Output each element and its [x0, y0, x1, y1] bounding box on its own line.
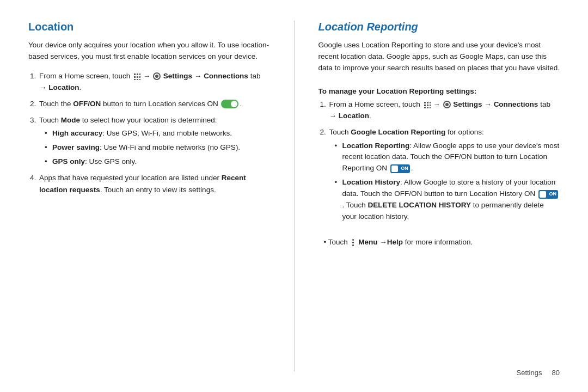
toggle-blue-2: ON [538, 190, 558, 199]
right-title: Location Reporting [318, 21, 560, 33]
left-title: Location [28, 21, 270, 33]
bullet-high-accuracy: High accuracy: Use GPS, Wi-Fi, and mobil… [45, 128, 270, 139]
left-steps-list: From a Home screen, touch → Settings → C… [38, 70, 270, 200]
page-number: 80 [552, 369, 560, 377]
touch-label: Touch [328, 238, 348, 246]
right-step-1: From a Home screen, touch → Settings → C… [328, 99, 560, 122]
google-location-label: Google Location Reporting [351, 128, 445, 136]
right-bullets: Location Reporting: Allow Google apps to… [335, 140, 560, 223]
settings-icon [153, 72, 161, 80]
manage-subheading: To manage your Location Reporting settin… [318, 87, 560, 95]
footer: Settings 80 [516, 369, 560, 377]
left-step-4: Apps that have requested your location a… [38, 172, 270, 195]
column-divider [294, 21, 295, 371]
offon-label: OFF/ON [73, 100, 101, 108]
apps-icon-r [423, 101, 431, 108]
bullet-power-saving: Power saving: Use Wi-Fi and mobile netwo… [45, 142, 270, 154]
apps-icon [133, 72, 140, 80]
mode-label: Mode [61, 116, 80, 124]
left-intro: Your device only acquires your location … [28, 40, 270, 63]
connections-label: Connections [204, 72, 248, 80]
toggle-blue-1: ON [390, 164, 410, 173]
settings-label: Settings → Connections [163, 72, 248, 80]
right-steps-list: From a Home screen, touch → Settings → C… [328, 99, 560, 227]
left-step-1: From a Home screen, touch → Settings → C… [38, 70, 270, 94]
left-bullets: High accuracy: Use GPS, Wi-Fi, and mobil… [45, 128, 270, 168]
location-label-1: Location [48, 83, 79, 91]
settings-icon-r [443, 101, 451, 108]
bullet-location-reporting: Location Reporting: Allow Google apps to… [335, 140, 560, 175]
touch-menu-line: • Touch Menu →Help for more information. [324, 237, 560, 248]
bullet-gps-only: GPS only: Use GPS only. [45, 156, 270, 168]
menu-help-label: Menu →Help [358, 238, 403, 246]
left-step-2: Touch the OFF/ON button to turn Location… [38, 98, 270, 110]
recent-requests-label: Recent location requests [39, 174, 246, 194]
left-column: Location Your device only acquires your … [28, 21, 270, 371]
settings-label-r: Settings → Connections [453, 100, 538, 108]
page: Location Your device only acquires your … [0, 0, 588, 392]
bullet-location-history: Location History: Allow Google to store … [335, 177, 560, 223]
menu-icon [351, 238, 356, 246]
toggle-green [221, 100, 238, 108]
right-intro: Google uses Location Reporting to store … [318, 40, 560, 74]
right-step-2: Touch Google Location Reporting for opti… [328, 126, 560, 223]
connections-label-r: Connections [494, 100, 538, 108]
footer-label: Settings [516, 369, 542, 377]
right-column: Location Reporting Google uses Location … [318, 21, 560, 371]
menu-end-text: for more information. [405, 238, 473, 246]
location-label-r: Location [339, 112, 369, 120]
left-step-3: Touch Mode to select how your location i… [38, 114, 270, 168]
